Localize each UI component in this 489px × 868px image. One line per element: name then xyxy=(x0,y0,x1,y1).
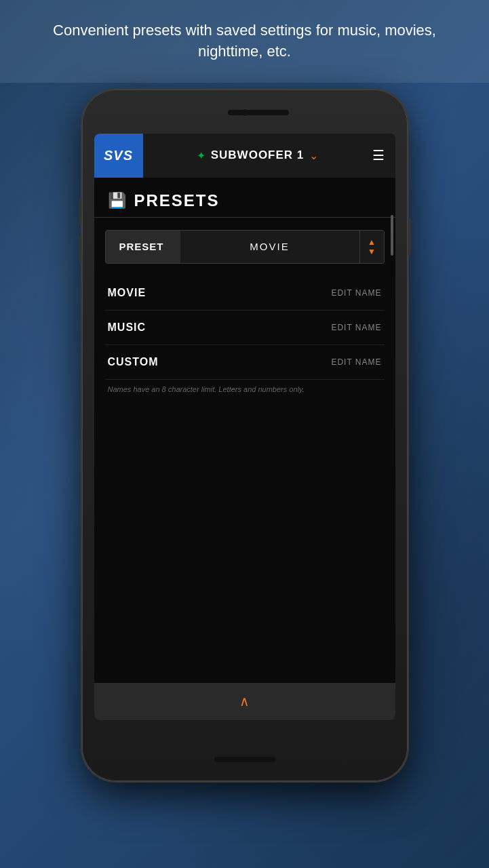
presets-title: PRESETS xyxy=(134,191,220,210)
preset-list: MOVIE EDIT NAME MUSIC EDIT NAME CUSTOM E… xyxy=(94,276,395,393)
phone-container: SVS ✦ SUBWOOFER 1 ⌄ ☰ 💾 PRESETS PRESET M… xyxy=(82,90,408,781)
hamburger-icon: ☰ xyxy=(372,148,385,163)
phone-speaker-top xyxy=(228,110,289,115)
arrow-down-icon[interactable]: ▼ xyxy=(368,248,376,256)
arrow-up-icon[interactable]: ▲ xyxy=(368,238,376,246)
edit-name-music-button[interactable]: EDIT NAME xyxy=(331,323,381,332)
preset-item-name-custom: CUSTOM xyxy=(108,356,159,368)
app-content: 💾 PRESETS PRESET MOVIE ▲ ▼ MOVIE EDIT NA… xyxy=(94,178,395,683)
svs-logo: SVS xyxy=(94,134,143,178)
app-bottom-bar[interactable]: ∧ xyxy=(94,683,395,720)
preset-item-name-movie: MOVIE xyxy=(108,287,146,299)
save-icon: 💾 xyxy=(108,192,126,210)
power-button[interactable] xyxy=(408,218,411,256)
phone-screen: SVS ✦ SUBWOOFER 1 ⌄ ☰ 💾 PRESETS PRESET M… xyxy=(94,134,395,720)
preset-arrows[interactable]: ▲ ▼ xyxy=(359,231,384,263)
subwoofer-name: SUBWOOFER 1 xyxy=(211,149,305,162)
preset-label: PRESET xyxy=(106,231,180,263)
chevron-down-icon[interactable]: ⌄ xyxy=(309,149,318,162)
svs-logo-text: SVS xyxy=(104,148,133,163)
app-header: SVS ✦ SUBWOOFER 1 ⌄ ☰ xyxy=(94,134,395,178)
presets-header: 💾 PRESETS xyxy=(94,178,395,218)
preset-selector[interactable]: PRESET MOVIE ▲ ▼ xyxy=(105,230,385,264)
preset-item-movie: MOVIE EDIT NAME xyxy=(105,276,385,311)
scrollbar[interactable] xyxy=(391,215,393,256)
menu-icon[interactable]: ☰ xyxy=(372,147,385,163)
volume-down-button[interactable] xyxy=(79,235,81,262)
top-banner: Convenient presets with saved settings f… xyxy=(0,0,489,83)
preset-value: MOVIE xyxy=(180,231,359,263)
edit-name-custom-button[interactable]: EDIT NAME xyxy=(331,357,381,367)
top-banner-text: Convenient presets with saved settings f… xyxy=(41,20,448,62)
volume-up-button[interactable] xyxy=(79,198,81,225)
preset-item-custom: CUSTOM EDIT NAME xyxy=(105,345,385,380)
preset-note: Names have an 8 character limit. Letters… xyxy=(105,385,385,393)
chevron-up-icon[interactable]: ∧ xyxy=(239,693,250,709)
header-center: ✦ SUBWOOFER 1 ⌄ xyxy=(143,149,372,162)
edit-name-movie-button[interactable]: EDIT NAME xyxy=(331,288,381,298)
preset-item-music: MUSIC EDIT NAME xyxy=(105,311,385,345)
preset-item-name-music: MUSIC xyxy=(108,321,146,334)
bluetooth-icon: ✦ xyxy=(197,149,206,162)
phone-speaker-bottom xyxy=(214,757,275,762)
